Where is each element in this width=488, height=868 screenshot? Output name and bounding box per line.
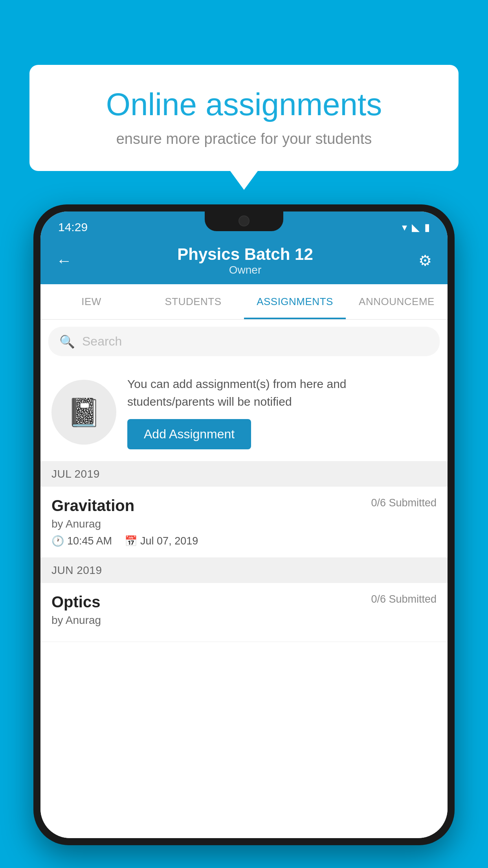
add-assignment-promo: 📓 You can add assignment(s) from here an… bbox=[40, 363, 448, 462]
phone-wrapper: 14:29 ▾ ◣ ▮ ← Physics Batch 12 Owner ⚙ bbox=[33, 204, 455, 868]
meta-time-gravitation: 🕐 10:45 AM bbox=[51, 535, 112, 547]
assignment-meta-gravitation: 🕐 10:45 AM 📅 Jul 07, 2019 bbox=[51, 535, 437, 547]
tab-announcements-label: ANNOUNCEME bbox=[359, 296, 435, 308]
tab-assignments-label: ASSIGNMENTS bbox=[257, 296, 333, 308]
assignment-top-row-optics: Optics 0/6 Submitted bbox=[51, 593, 437, 611]
assignment-submitted-gravitation: 0/6 Submitted bbox=[371, 497, 437, 509]
assignment-author-optics: by Anurag bbox=[51, 614, 437, 627]
battery-icon: ▮ bbox=[424, 221, 430, 234]
signal-icon: ◣ bbox=[412, 221, 420, 234]
calendar-icon: 📅 bbox=[125, 535, 137, 547]
header-subtitle: Owner bbox=[177, 264, 313, 276]
back-button[interactable]: ← bbox=[56, 252, 72, 270]
wifi-icon: ▾ bbox=[402, 221, 407, 234]
section-header-jun2019: JUN 2019 bbox=[40, 558, 448, 583]
phone-notch bbox=[205, 211, 283, 231]
phone-screen: 14:29 ▾ ◣ ▮ ← Physics Batch 12 Owner ⚙ bbox=[40, 211, 448, 838]
assignment-author-gravitation: by Anurag bbox=[51, 518, 437, 530]
assignment-item-optics[interactable]: Optics 0/6 Submitted by Anurag bbox=[40, 583, 448, 642]
promo-right: You can add assignment(s) from here and … bbox=[127, 375, 437, 449]
header-center: Physics Batch 12 Owner bbox=[177, 245, 313, 276]
search-container: 🔍 Search bbox=[40, 320, 448, 363]
phone-camera bbox=[238, 215, 250, 226]
notebook-icon: 📓 bbox=[67, 396, 101, 428]
tab-iew[interactable]: IEW bbox=[40, 284, 142, 319]
bubble-subtitle: ensure more practice for your students bbox=[53, 131, 435, 147]
promo-text: You can add assignment(s) from here and … bbox=[127, 375, 437, 410]
header-title: Physics Batch 12 bbox=[177, 245, 313, 264]
status-icons: ▾ ◣ ▮ bbox=[402, 221, 430, 234]
search-bar[interactable]: 🔍 Search bbox=[48, 327, 440, 356]
status-time: 14:29 bbox=[58, 221, 88, 234]
app-header: ← Physics Batch 12 Owner ⚙ bbox=[40, 237, 448, 284]
speech-bubble-container: Online assignments ensure more practice … bbox=[29, 65, 459, 171]
tab-students[interactable]: STUDENTS bbox=[142, 284, 244, 319]
assignment-item-gravitation[interactable]: Gravitation 0/6 Submitted by Anurag 🕐 10… bbox=[40, 487, 448, 558]
tab-iew-label: IEW bbox=[81, 296, 101, 308]
meta-date-value: Jul 07, 2019 bbox=[140, 535, 198, 547]
assignment-submitted-optics: 0/6 Submitted bbox=[371, 593, 437, 605]
tab-bar: IEW STUDENTS ASSIGNMENTS ANNOUNCEME bbox=[40, 284, 448, 320]
assignment-name-optics: Optics bbox=[51, 593, 100, 611]
search-placeholder: Search bbox=[82, 334, 122, 349]
tab-announcements[interactable]: ANNOUNCEME bbox=[346, 284, 448, 319]
meta-time-value: 10:45 AM bbox=[67, 535, 112, 547]
phone-outer: 14:29 ▾ ◣ ▮ ← Physics Batch 12 Owner ⚙ bbox=[33, 204, 455, 845]
add-assignment-button[interactable]: Add Assignment bbox=[127, 419, 251, 449]
meta-date-gravitation: 📅 Jul 07, 2019 bbox=[125, 535, 198, 547]
assignment-name-gravitation: Gravitation bbox=[51, 497, 134, 515]
settings-icon[interactable]: ⚙ bbox=[418, 252, 432, 269]
assignment-top-row: Gravitation 0/6 Submitted bbox=[51, 497, 437, 515]
promo-icon-circle: 📓 bbox=[51, 380, 116, 445]
clock-icon: 🕐 bbox=[51, 535, 64, 547]
screen-content: 🔍 Search 📓 You can add assignment(s) fro… bbox=[40, 320, 448, 838]
tab-students-label: STUDENTS bbox=[165, 296, 221, 308]
section-header-jul2019: JUL 2019 bbox=[40, 462, 448, 487]
bubble-title: Online assignments bbox=[53, 86, 435, 123]
tab-assignments[interactable]: ASSIGNMENTS bbox=[244, 284, 346, 319]
search-icon: 🔍 bbox=[59, 334, 75, 349]
speech-bubble: Online assignments ensure more practice … bbox=[29, 65, 459, 171]
